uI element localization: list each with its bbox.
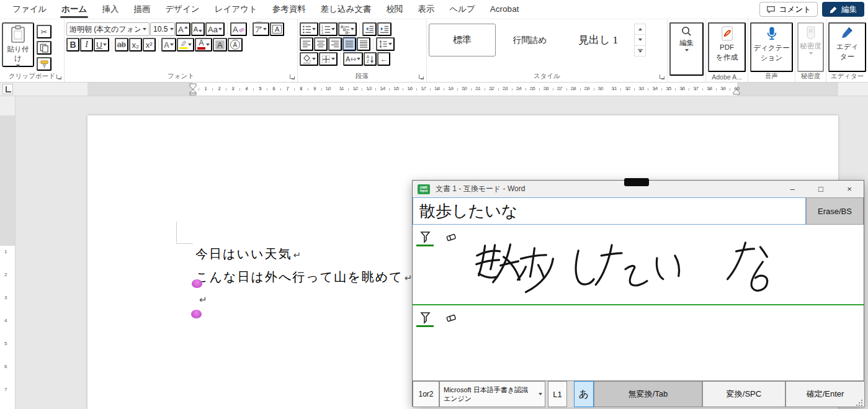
menu-tab-1[interactable]: ファイル bbox=[5, 0, 54, 19]
create-pdf-button[interactable]: PDF を作成 bbox=[708, 22, 746, 72]
kana-mode-key[interactable]: あ bbox=[574, 381, 594, 407]
menu-tab-9[interactable]: 校閲 bbox=[378, 0, 410, 19]
font-size-combo[interactable]: 10.5 bbox=[150, 22, 175, 36]
styles-gallery-more[interactable] bbox=[635, 46, 645, 56]
menu-tab-11[interactable]: ヘルプ bbox=[442, 0, 482, 19]
shading-button[interactable] bbox=[300, 52, 318, 66]
character-shading-button[interactable]: A bbox=[213, 38, 227, 52]
comments-button[interactable]: コメント bbox=[759, 2, 818, 17]
editor-button[interactable]: エディ ター bbox=[828, 22, 866, 72]
format-painter-button[interactable] bbox=[37, 57, 51, 71]
borders-button[interactable] bbox=[319, 52, 338, 66]
decrease-indent-button[interactable] bbox=[362, 22, 377, 36]
henkan-space-key[interactable]: 変換/SPC bbox=[702, 381, 785, 407]
eraser-icon[interactable] bbox=[445, 312, 458, 323]
paste-button[interactable]: 貼り付け bbox=[2, 22, 34, 67]
formatting-marks-button[interactable]: ← bbox=[377, 52, 390, 66]
writing-panel-1[interactable] bbox=[413, 225, 864, 304]
menu-tab-6[interactable]: レイアウト bbox=[207, 0, 265, 19]
highlight-color-button[interactable] bbox=[177, 38, 194, 52]
menu-tab-2[interactable]: ホーム bbox=[54, 0, 94, 19]
sort-button[interactable]: AZ bbox=[364, 52, 377, 66]
asian-layout-button[interactable]: A bbox=[343, 52, 363, 66]
engine-dropdown[interactable]: Microsoft 日本語手書き認識エンジン bbox=[439, 381, 545, 407]
erase-backspace-button[interactable]: Erase/BS bbox=[806, 197, 864, 225]
l1-button[interactable]: L1 bbox=[548, 381, 567, 407]
ruler-vertical[interactable]: 1234567 bbox=[0, 96, 16, 409]
menu-tab-7[interactable]: 参考資料 bbox=[265, 0, 313, 19]
underline-glyph: U bbox=[96, 40, 102, 50]
distribute-button[interactable] bbox=[357, 37, 370, 51]
underline-button[interactable]: U bbox=[94, 38, 109, 52]
subscript-button[interactable]: x₂ bbox=[129, 38, 142, 52]
bold-button[interactable]: B bbox=[66, 38, 79, 52]
mode-1or2-button[interactable]: 1or2 bbox=[413, 381, 439, 407]
minimize-button[interactable]: – bbox=[778, 181, 807, 197]
styles-scroll-down[interactable] bbox=[635, 35, 645, 45]
paste-dropdown-icon bbox=[16, 65, 20, 67]
menu-tab-4[interactable]: 描画 bbox=[126, 0, 158, 19]
font-dialog-launcher[interactable] bbox=[289, 74, 295, 80]
multilevel-list-button[interactable] bbox=[338, 22, 357, 36]
kakutei-enter-key[interactable]: 確定/Enter bbox=[785, 381, 865, 407]
line-spacing-button[interactable] bbox=[376, 37, 395, 51]
writing-panel-2[interactable] bbox=[413, 305, 864, 380]
handwriting-strokes bbox=[413, 225, 864, 304]
italic-button[interactable]: I bbox=[80, 38, 93, 52]
editing-mode-button[interactable]: 編集 bbox=[822, 2, 864, 17]
left-indent-marker[interactable] bbox=[189, 83, 197, 96]
enclose-characters-button[interactable]: A bbox=[228, 38, 243, 52]
clipboard-dialog-launcher[interactable] bbox=[56, 74, 62, 80]
funnel-icon[interactable] bbox=[420, 312, 431, 324]
menu-tab-10[interactable]: 表示 bbox=[410, 0, 442, 19]
strikethrough-button[interactable]: ab bbox=[115, 38, 128, 52]
dictation-button[interactable]: ディクテー ション bbox=[750, 22, 793, 72]
document-line-3: ↵ bbox=[198, 292, 207, 306]
paragraph-dialog-launcher[interactable] bbox=[418, 74, 424, 80]
align-right-button[interactable] bbox=[328, 37, 342, 51]
superscript-button[interactable]: x² bbox=[143, 38, 156, 52]
sensitivity-button[interactable]: 秘密度 bbox=[797, 22, 824, 72]
align-center-button[interactable] bbox=[314, 37, 328, 51]
style-card-no-spacing[interactable]: 行間詰め bbox=[498, 24, 562, 56]
copy-button[interactable] bbox=[37, 41, 51, 55]
ruler-horizontal[interactable]: 1234567891011121314151617181920212223242… bbox=[0, 83, 868, 96]
ruler-number: 34 bbox=[652, 86, 658, 91]
menu-tab-12[interactable]: Acrobat bbox=[483, 0, 527, 19]
close-button[interactable]: × bbox=[835, 181, 864, 197]
clear-formatting-button[interactable]: A bbox=[230, 22, 247, 36]
character-border-button[interactable]: A bbox=[270, 22, 284, 36]
justify-button[interactable] bbox=[342, 37, 356, 51]
bullets-button[interactable] bbox=[300, 22, 318, 36]
cut-button[interactable]: ✂ bbox=[37, 25, 51, 38]
recognized-text-field[interactable]: 散歩したいな bbox=[413, 197, 806, 225]
ruler-v-number: 1 bbox=[4, 249, 7, 254]
grow-font-button[interactable]: A bbox=[176, 22, 190, 36]
menu-tab-5[interactable]: デザイン bbox=[158, 0, 207, 19]
muhenkan-tab-key[interactable]: 無変換/Tab bbox=[594, 381, 702, 407]
text-effects-button[interactable]: A bbox=[161, 38, 176, 52]
menu-tab-8[interactable]: 差し込み文書 bbox=[313, 0, 379, 19]
styles-dialog-launcher[interactable] bbox=[659, 74, 665, 80]
style-card-normal[interactable]: 標準 bbox=[429, 24, 496, 56]
tab-selector[interactable] bbox=[2, 84, 13, 94]
resize-grip[interactable] bbox=[856, 400, 862, 406]
change-case-button[interactable]: Aa bbox=[205, 22, 225, 36]
clear-eraser-glyph bbox=[239, 27, 244, 32]
editing-group-button[interactable]: 編集 bbox=[669, 22, 704, 76]
styles-scroll-up[interactable] bbox=[635, 24, 645, 35]
shrink-font-button[interactable]: A bbox=[191, 22, 205, 36]
font-family-combo[interactable]: 游明朝 (本文のフォント・ bbox=[66, 22, 150, 36]
increase-indent-button[interactable] bbox=[377, 22, 391, 36]
numbering-button[interactable]: 123 bbox=[319, 22, 338, 36]
style-no-spacing-label: 行間詰め bbox=[513, 35, 547, 46]
style-card-heading1[interactable]: 見出し 1 bbox=[564, 24, 632, 56]
font-color-button[interactable]: A bbox=[195, 38, 212, 52]
ruby-button[interactable]: ア bbox=[253, 22, 269, 36]
maximize-button[interactable]: □ bbox=[807, 181, 835, 197]
menu-tab-3[interactable]: 挿入 bbox=[94, 0, 126, 19]
align-left-button[interactable] bbox=[300, 37, 313, 51]
group-styles: 標準 行間詰め 見出し 1 スタイル bbox=[427, 19, 668, 82]
ink-annotation-blob-1[interactable] bbox=[192, 279, 202, 288]
ink-annotation-blob-2[interactable] bbox=[191, 310, 202, 318]
